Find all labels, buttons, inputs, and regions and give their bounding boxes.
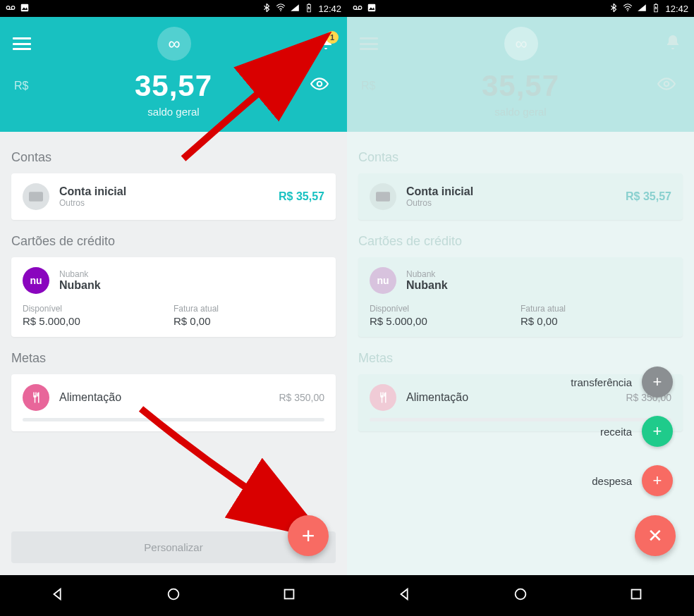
credit-card: nu Nubank Nubank Disponível R$ 5.000,00 …	[358, 257, 683, 337]
invoice-value: R$ 0,00	[520, 315, 671, 327]
header: ∞ R$ 35,57 saldo geral	[347, 17, 694, 132]
eye-icon[interactable]	[310, 75, 329, 97]
plus-icon: +	[642, 465, 673, 496]
goals-title: Metas	[11, 351, 336, 366]
content: Contas Conta inicial Outros R$ 35,57 Car…	[0, 132, 347, 575]
svg-marker-6	[291, 4, 300, 11]
notification-button[interactable]	[664, 34, 681, 54]
close-icon: ✕	[647, 525, 663, 547]
nubank-icon: nu	[23, 267, 49, 294]
account-name: Conta inicial	[406, 185, 616, 198]
recent-button[interactable]	[628, 586, 644, 605]
currency-prefix: R$	[361, 80, 375, 92]
balance-label: saldo geral	[0, 106, 347, 118]
accounts-title: Contas	[11, 150, 336, 165]
status-bar: 12:42	[0, 0, 347, 17]
recent-button[interactable]	[281, 586, 297, 605]
back-button[interactable]	[50, 586, 66, 605]
food-icon	[23, 384, 49, 411]
balance-label: saldo geral	[347, 106, 694, 118]
food-icon	[370, 384, 396, 411]
bluetooth-icon	[609, 3, 619, 15]
svg-point-17	[353, 6, 357, 9]
voicemail-icon	[6, 3, 16, 15]
account-card[interactable]: Conta inicial Outros R$ 35,57	[11, 173, 336, 220]
credit-card[interactable]: nu Nubank Nubank Disponível R$ 5.000,00 …	[11, 257, 336, 337]
svg-rect-16	[285, 590, 294, 599]
currency-prefix: R$	[14, 80, 28, 92]
svg-point-30	[516, 589, 526, 600]
svg-marker-29	[401, 589, 408, 600]
account-subtitle: Outros	[59, 198, 269, 208]
invoice-label: Fatura atual	[174, 304, 324, 314]
home-button[interactable]	[513, 586, 528, 605]
infinity-icon[interactable]: ∞	[157, 27, 191, 61]
account-balance: R$ 35,57	[279, 190, 324, 203]
svg-marker-9	[308, 6, 311, 11]
svg-point-1	[11, 6, 15, 9]
notification-badge: 1	[326, 31, 339, 44]
svg-marker-23	[638, 4, 647, 11]
sd-income-label: receita	[600, 426, 632, 438]
sd-transfer[interactable]: transferência +	[571, 366, 673, 398]
goal-name: Alimentação	[59, 391, 269, 404]
menu-icon[interactable]	[360, 37, 378, 50]
goals-title: Metas	[358, 351, 683, 366]
fab-close-button[interactable]: ✕	[635, 515, 676, 556]
svg-point-5	[281, 10, 282, 11]
available-label: Disponível	[370, 304, 520, 314]
bell-icon	[664, 34, 681, 51]
goal-progress	[23, 418, 324, 421]
credit-provider: Nubank	[59, 269, 101, 279]
credit-title: Cartões de crédito	[11, 234, 336, 249]
sd-expense-label: despesa	[592, 475, 632, 487]
goal-card[interactable]: Alimentação R$ 350,00	[11, 374, 336, 431]
svg-rect-8	[308, 4, 310, 4]
plus-icon: +	[302, 523, 315, 549]
available-value: R$ 5.000,00	[23, 315, 174, 327]
available-value: R$ 5.000,00	[370, 315, 520, 327]
sd-income[interactable]: receita +	[600, 416, 673, 447]
wifi-icon	[276, 3, 286, 15]
status-bar: 12:42	[347, 0, 694, 17]
signal-icon	[637, 3, 647, 15]
home-button[interactable]	[166, 586, 181, 605]
eye-icon[interactable]	[657, 75, 676, 97]
back-button[interactable]	[397, 586, 413, 605]
nubank-icon: nu	[370, 267, 396, 294]
fab-add-button[interactable]: +	[288, 515, 329, 556]
android-navbar	[347, 575, 694, 616]
sd-expense[interactable]: despesa +	[592, 465, 673, 496]
plus-icon: +	[642, 416, 673, 447]
svg-point-18	[358, 6, 362, 9]
account-balance: R$ 35,57	[626, 190, 671, 203]
svg-point-0	[6, 6, 10, 9]
svg-rect-11	[29, 192, 43, 201]
svg-point-22	[628, 10, 629, 11]
svg-rect-3	[21, 4, 29, 11]
account-subtitle: Outros	[406, 198, 616, 208]
speed-dial: transferência + receita + despesa +	[571, 366, 673, 496]
svg-point-15	[169, 589, 179, 600]
svg-rect-28	[376, 192, 390, 201]
personalize-button[interactable]: Personalizar	[11, 531, 336, 563]
wallet-icon	[23, 183, 49, 210]
balance-value: 35,57	[482, 69, 559, 103]
credit-name: Nubank	[406, 279, 448, 292]
infinity-icon[interactable]: ∞	[504, 27, 538, 61]
svg-rect-20	[368, 4, 376, 11]
available-label: Disponível	[23, 304, 174, 314]
bluetooth-icon	[262, 3, 272, 15]
accounts-title: Contas	[358, 150, 683, 165]
svg-point-10	[317, 82, 322, 87]
notification-button[interactable]: 1	[317, 34, 334, 54]
svg-point-27	[664, 82, 669, 87]
status-time: 12:42	[318, 4, 341, 14]
credit-name: Nubank	[59, 279, 101, 292]
account-name: Conta inicial	[59, 185, 269, 198]
android-navbar	[0, 575, 347, 616]
menu-icon[interactable]	[13, 37, 31, 50]
sd-transfer-label: transferência	[571, 376, 632, 388]
picture-icon	[367, 3, 377, 15]
content: Contas Conta inicial Outros R$ 35,57 Car…	[347, 132, 694, 575]
